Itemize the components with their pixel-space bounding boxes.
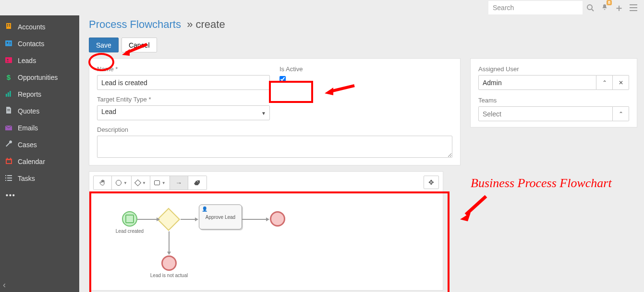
main-form-panel: Name * Is Active Target Entity Type * Le… <box>89 58 461 165</box>
chevron-up-icon: ⌃ <box>619 111 623 117</box>
sidebar-item-label: Quotes <box>18 107 39 115</box>
sequence-flow[interactable] <box>137 219 158 220</box>
sequence-flow[interactable] <box>242 219 267 220</box>
svg-rect-27 <box>7 175 12 176</box>
sidebar-item-accounts[interactable]: Accounts <box>0 18 79 35</box>
user-task-node[interactable]: 👤 Approve Lead <box>199 204 242 229</box>
sidebar-item-tasks[interactable]: Tasks <box>0 170 79 187</box>
teams-label: Teams <box>478 97 629 104</box>
breadcrumb-root[interactable]: Process Flowcharts <box>89 18 181 30</box>
sidebar-item-cases[interactable]: Cases <box>0 136 79 153</box>
search-input[interactable] <box>488 1 583 14</box>
sidebar-item-emails[interactable]: Emails <box>0 119 79 136</box>
sidebar-item-quotes[interactable]: Quotes <box>0 102 79 119</box>
sidebar-item-reports[interactable]: Reports <box>0 86 79 102</box>
dollar-icon: $ <box>5 73 12 81</box>
menu-icon[interactable] <box>627 1 640 14</box>
name-label: Name * <box>97 65 270 73</box>
svg-point-15 <box>7 59 8 60</box>
notifications-icon[interactable]: 8 <box>598 1 611 14</box>
svg-rect-4 <box>630 10 637 11</box>
chevron-down-icon: ▼ <box>142 181 146 185</box>
svg-rect-25 <box>7 160 11 163</box>
calendar-icon <box>5 157 12 165</box>
flow-tool[interactable]: → <box>170 176 188 190</box>
event-tool[interactable]: ▼ <box>112 176 132 190</box>
svg-rect-9 <box>9 25 10 26</box>
building-icon <box>5 23 12 31</box>
svg-point-11 <box>7 42 8 43</box>
assigned-user-clear-button[interactable]: ✕ <box>613 75 629 90</box>
notifications-badge: 8 <box>607 0 612 5</box>
teams-input[interactable] <box>478 106 613 121</box>
sidebar-item-label: Tasks <box>18 175 35 182</box>
square-icon <box>154 180 160 185</box>
sequence-flow[interactable] <box>181 219 196 220</box>
erase-tool[interactable] <box>188 176 207 190</box>
breadcrumb-current: create <box>196 18 225 30</box>
sidebar-item-opportunities[interactable]: $ Opportunities <box>0 69 79 86</box>
arrow-right-icon: → <box>175 179 182 187</box>
flowchart-canvas[interactable]: Lead created 👤 Approve Lead Lead is not … <box>93 193 439 286</box>
svg-rect-13 <box>9 44 11 44</box>
sidebar-item-leads[interactable]: Leads <box>0 52 79 69</box>
save-button[interactable]: Save <box>89 38 119 52</box>
assigned-user-input[interactable] <box>478 75 596 90</box>
cancel-button[interactable]: Cancel <box>122 38 157 52</box>
side-panel: Assigned User ⌃ ✕ Teams ⌃ <box>470 58 637 127</box>
target-entity-select[interactable]: Lead <box>97 105 270 120</box>
sidebar-item-label: Contacts <box>18 40 44 48</box>
svg-rect-29 <box>7 178 12 178</box>
assigned-user-select-button[interactable]: ⌃ <box>596 75 613 90</box>
svg-rect-10 <box>5 40 12 46</box>
svg-rect-14 <box>5 57 12 63</box>
start-event-label: Lead created <box>110 229 149 234</box>
chevron-up-icon: ⌃ <box>602 79 607 86</box>
circle-icon <box>116 180 122 186</box>
end-event-2-label: Lead is not actual <box>150 273 188 278</box>
svg-rect-23 <box>7 158 8 159</box>
arrow-head-icon <box>167 252 171 255</box>
task-tool[interactable]: ▼ <box>150 176 170 190</box>
arrow-head-icon <box>266 217 269 221</box>
svg-rect-19 <box>7 109 10 110</box>
sidebar-item-calendar[interactable]: Calendar <box>0 153 79 170</box>
svg-rect-3 <box>630 7 637 8</box>
fit-tool[interactable]: ✥ <box>424 176 439 189</box>
svg-rect-17 <box>8 92 9 97</box>
is-active-checkbox[interactable] <box>279 76 286 82</box>
sidebar-item-label: Reports <box>18 90 41 98</box>
svg-rect-16 <box>6 94 7 97</box>
svg-rect-31 <box>7 180 12 181</box>
move-icon: ✥ <box>428 178 434 186</box>
description-label: Description <box>97 126 452 133</box>
envelope-icon <box>5 124 12 132</box>
sidebar-item-label: Opportunities <box>18 74 58 81</box>
gateway-node[interactable] <box>157 208 180 231</box>
svg-rect-7 <box>9 24 10 25</box>
flowchart-toolbar: ▼ ▼ ▼ → <box>93 176 207 190</box>
svg-point-0 <box>587 5 592 10</box>
start-event-node[interactable] <box>122 211 137 227</box>
close-icon: ✕ <box>619 79 623 86</box>
sequence-flow[interactable] <box>169 231 170 253</box>
end-event-node-2[interactable] <box>161 255 177 271</box>
sidebar-collapse-icon[interactable]: ‹ <box>3 280 6 290</box>
sidebar-more[interactable]: ••• <box>0 187 79 203</box>
sidebar-item-label: Cases <box>18 141 37 149</box>
name-input[interactable] <box>97 75 270 90</box>
teams-select-button[interactable]: ⌃ <box>613 106 629 121</box>
description-textarea[interactable] <box>97 136 452 158</box>
svg-rect-24 <box>10 158 11 159</box>
search-icon[interactable] <box>583 1 597 14</box>
svg-rect-28 <box>5 178 6 178</box>
is-active-label: Is Active <box>279 65 452 73</box>
hand-tool[interactable] <box>94 176 112 190</box>
end-event-node[interactable] <box>270 211 285 227</box>
sidebar-item-contacts[interactable]: Contacts <box>0 35 79 52</box>
chart-icon <box>5 90 12 98</box>
flowchart-editor: ▼ ▼ ▼ → ✥ Lead created <box>89 171 443 291</box>
quick-create-icon[interactable]: ＋ <box>612 1 626 14</box>
arrow-head-icon <box>157 217 160 221</box>
gateway-tool[interactable]: ▼ <box>132 176 150 190</box>
